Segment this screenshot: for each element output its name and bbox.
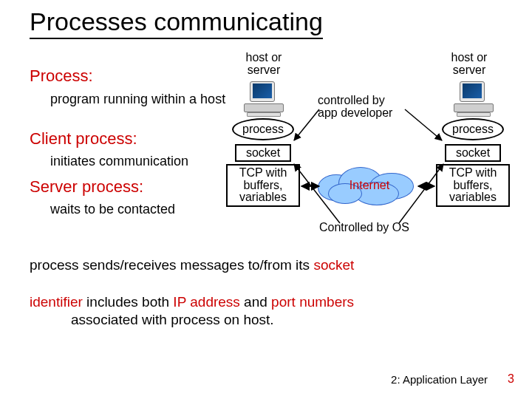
def-client-process: initiates communication bbox=[50, 154, 220, 169]
box-socket-right: socket bbox=[445, 144, 501, 162]
body-line2-hl1: identifier bbox=[30, 294, 83, 310]
label-tcp-right: TCP with buffers, variables bbox=[449, 167, 497, 204]
svg-line-0 bbox=[294, 109, 319, 140]
label-socket-left: socket bbox=[246, 147, 280, 160]
body-line-identifier-cont: associated with process on host. bbox=[71, 312, 502, 329]
label-socket-right: socket bbox=[456, 147, 490, 160]
body-line-identifier: identifier includes both IP address and … bbox=[30, 294, 502, 311]
term-client-process: Client process: bbox=[30, 129, 137, 149]
label-host-left: host or server bbox=[238, 52, 290, 77]
footer-page-number: 3 bbox=[508, 372, 514, 386]
body-line2-hl3: port numbers bbox=[271, 294, 354, 310]
label-tcp-left: TCP with buffers, variables bbox=[239, 167, 287, 204]
body-line2-hl2: IP address bbox=[173, 294, 239, 310]
label-internet: Internet bbox=[318, 179, 421, 192]
term-server-process: Server process: bbox=[30, 177, 143, 197]
svg-line-1 bbox=[405, 109, 442, 140]
ellipse-process-right: process bbox=[442, 118, 504, 140]
computer-icon-right bbox=[454, 81, 494, 117]
label-host-right: host or server bbox=[443, 52, 495, 77]
ellipse-process-left: process bbox=[232, 118, 294, 140]
label-controlled-os: Controlled by OS bbox=[319, 222, 437, 234]
body-line1-pre: process sends/receives messages to/from … bbox=[30, 257, 313, 273]
label-controlled-developer: controlled by app developer bbox=[318, 95, 406, 120]
footer-chapter: 2: Application Layer bbox=[391, 373, 488, 386]
box-tcp-right: TCP with buffers, variables bbox=[436, 164, 510, 207]
computer-icon-left bbox=[244, 81, 284, 117]
body-line-socket: process sends/receives messages to/from … bbox=[30, 257, 502, 274]
def-server-process: waits to be contacted bbox=[50, 202, 220, 217]
box-tcp-left: TCP with buffers, variables bbox=[226, 164, 300, 207]
box-socket-left: socket bbox=[235, 144, 291, 162]
body-line2-pre: includes both bbox=[83, 294, 174, 310]
label-process-right: process bbox=[452, 123, 494, 136]
term-process: Process: bbox=[30, 66, 93, 86]
body-line2-mid: and bbox=[240, 294, 271, 310]
def-process: program running within a host bbox=[50, 92, 242, 107]
body-line1-hl: socket bbox=[313, 257, 354, 273]
cloud-internet: Internet bbox=[318, 164, 421, 208]
label-process-left: process bbox=[242, 123, 284, 136]
slide-title: Processes communicating bbox=[30, 7, 323, 39]
